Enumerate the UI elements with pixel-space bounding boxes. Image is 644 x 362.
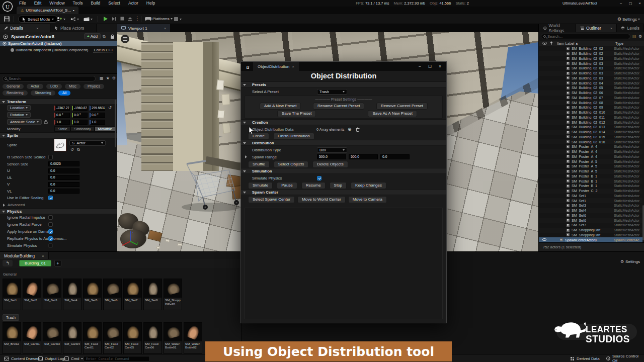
- outliner-row[interactable]: SM_Building_02_014 StaticMeshActor: [539, 130, 642, 135]
- gear-icon[interactable]: ⚙: [638, 34, 642, 39]
- scale-field[interactable]: 1.0: [72, 120, 88, 125]
- outliner-row[interactable]: SM_Set7 StaticMeshActor: [539, 223, 642, 228]
- minimize-icon[interactable]: −: [419, 62, 421, 71]
- trash-icon[interactable]: [356, 127, 360, 132]
- dialog-button[interactable]: Pause: [277, 182, 297, 189]
- browse-asset-icon[interactable]: ↺: [70, 147, 74, 152]
- close-icon[interactable]: ×: [36, 26, 39, 31]
- scale-field[interactable]: 1.0: [54, 120, 70, 125]
- outliner-row[interactable]: SM_Building_02_09 StaticMeshActor: [539, 105, 642, 110]
- section-sprite[interactable]: Sprite: [0, 132, 117, 138]
- outliner-row[interactable]: SM_Poster_A_4 StaticMeshActor: [539, 149, 642, 154]
- stop-button[interactable]: [120, 16, 125, 21]
- maximize-icon[interactable]: ▢: [629, 0, 632, 7]
- edit-in-cpp-link[interactable]: Edit in C++: [94, 48, 113, 53]
- maximize-icon[interactable]: ▢: [428, 62, 432, 71]
- rotation-dropdown[interactable]: Rotation: [7, 112, 31, 118]
- asset-tile[interactable]: SM_Set5: [83, 279, 102, 310]
- rotation-field[interactable]: 0.0 °: [72, 113, 88, 118]
- outliner-row[interactable]: SM_Building_02_03 StaticMeshActor: [539, 71, 642, 76]
- content-drawer-button[interactable]: Content Drawer: [4, 354, 39, 362]
- asset-tile[interactable]: SM_FoodCan06: [143, 322, 162, 354]
- dialog-button[interactable]: Keep Changes: [351, 182, 386, 189]
- filter-chip[interactable]: LOD: [46, 84, 62, 89]
- filter-chip[interactable]: Misc: [65, 84, 80, 89]
- tab-details[interactable]: Details ×: [0, 24, 50, 32]
- dialog-button[interactable]: Save The Preset: [277, 110, 316, 117]
- checkbox[interactable]: [48, 196, 53, 200]
- add-element-icon[interactable]: ⊕: [348, 127, 352, 132]
- eye-icon[interactable]: [542, 42, 547, 45]
- close-icon[interactable]: ×: [292, 64, 294, 69]
- outliner-row[interactable]: SM_Building_02_010 StaticMeshActor: [539, 110, 642, 115]
- section-physics[interactable]: Physics: [0, 208, 117, 214]
- dialog-button[interactable]: Stop: [330, 182, 347, 189]
- filter-chip[interactable]: Physics: [84, 84, 104, 89]
- close-icon[interactable]: ×: [610, 26, 613, 31]
- outliner-row[interactable]: SM_Building_02_012 StaticMeshActor: [539, 120, 642, 125]
- sprite-thumbnail[interactable]: [54, 139, 66, 151]
- back-button[interactable]: ↰: [3, 260, 13, 266]
- menu-item[interactable]: Actor: [124, 0, 142, 7]
- asset-tile[interactable]: SM_Brick2: [3, 322, 21, 354]
- add-button[interactable]: +: [54, 260, 61, 266]
- building-01-button[interactable]: Building_01: [19, 260, 51, 266]
- cinematics-icon[interactable]: [84, 17, 93, 22]
- outliner-row[interactable]: SM_Building_02_08 StaticMeshActor: [539, 100, 642, 105]
- outliner-row[interactable]: SM_Poster_B_1 StaticMeshActor: [539, 184, 642, 189]
- asset-tile[interactable]: SM_FoodCan05: [123, 322, 142, 354]
- value-field[interactable]: 0.0: [48, 168, 79, 173]
- lock-icon[interactable]: [110, 34, 115, 39]
- asset-tile[interactable]: SM_Can04: [63, 322, 82, 354]
- tab-outliner[interactable]: Outliner ×: [576, 24, 617, 32]
- scale-dropdown[interactable]: Absolute Scale: [7, 119, 42, 125]
- console-command-input[interactable]: Enter Console Command: [84, 356, 150, 361]
- viewport-menu-button[interactable]: [121, 35, 129, 43]
- outliner-row[interactable]: SM_Poster_A_4 StaticMeshActor: [539, 154, 642, 159]
- dialog-button[interactable]: Shuffle: [248, 161, 270, 168]
- dialog-button[interactable]: Rename Current Preset: [313, 103, 364, 110]
- search-input[interactable]: Search: [2, 76, 96, 81]
- tab-ultimatelevelarttool[interactable]: ⚠ UltimateLevelArtTool_S... •: [17, 7, 78, 14]
- asset-tile[interactable]: SM_WaterBottle01: [164, 322, 182, 354]
- outliner-row[interactable]: SM_Building_02_011 StaticMeshActor: [539, 115, 642, 120]
- range-field[interactable]: 0.0: [380, 154, 410, 159]
- tab-levels[interactable]: Levels: [617, 24, 644, 32]
- details-scrollbar[interactable]: [115, 100, 116, 147]
- outliner-row[interactable]: SM_Poster_A_5 StaticMeshActor: [539, 169, 642, 174]
- tab-place-actors[interactable]: Place Actors: [50, 24, 97, 32]
- outliner-row[interactable]: SM_Building_02_03 StaticMeshActor: [539, 66, 642, 71]
- outliner-row[interactable]: SM_Set4 StaticMeshActor: [539, 208, 642, 213]
- gear-icon[interactable]: ⚙: [112, 76, 116, 80]
- copy-asset-icon[interactable]: ⧉: [77, 147, 80, 152]
- section-creation[interactable]: Creation: [241, 119, 446, 125]
- section-simulation[interactable]: Simulation: [241, 168, 446, 174]
- derived-data-button[interactable]: Derived Data: [570, 354, 600, 362]
- range-field[interactable]: 500.0: [317, 154, 346, 159]
- platforms-dropdown[interactable]: Platforms: [145, 17, 173, 21]
- source-control-button[interactable]: Source Control Off: [606, 354, 644, 362]
- close-icon[interactable]: ×: [42, 254, 44, 258]
- dialog-button[interactable]: Move to World Center: [297, 196, 346, 203]
- browse-icon[interactable]: ⧉: [103, 34, 106, 39]
- pin-icon[interactable]: [550, 41, 553, 45]
- dialog-button[interactable]: Select Spawn Center: [248, 196, 295, 203]
- location-dropdown[interactable]: Location: [7, 105, 31, 111]
- outliner-row[interactable]: SM_Poster_A_5 StaticMeshActor: [539, 159, 642, 164]
- outliner-row[interactable]: SM_Poster_C_2 StaticMeshActor: [539, 189, 642, 194]
- menu-item[interactable]: Edit: [30, 0, 46, 7]
- location-field[interactable]: 299.55374: [90, 106, 105, 111]
- asset-tile[interactable]: SM_Set3: [43, 279, 61, 310]
- outliner-row[interactable]: SM_Building_02_016 StaticMeshActor: [539, 139, 642, 144]
- rotation-field[interactable]: 0.0 °: [54, 113, 70, 118]
- checkbox[interactable]: [48, 243, 53, 248]
- outliner-row[interactable]: SM_Building_02_05 StaticMeshActor: [539, 85, 642, 90]
- dialog-button[interactable]: Resume: [301, 182, 326, 189]
- star-icon[interactable]: ★: [106, 76, 110, 80]
- menu-item[interactable]: File: [15, 0, 30, 7]
- advanced-row[interactable]: Advanced: [0, 202, 25, 208]
- layout-dropdown[interactable]: [174, 17, 182, 22]
- asset-tile[interactable]: SM_Set6: [103, 279, 122, 310]
- asset-tile[interactable]: SM_FoodCan01: [83, 322, 102, 354]
- section-transform[interactable]: Transform: [0, 99, 117, 104]
